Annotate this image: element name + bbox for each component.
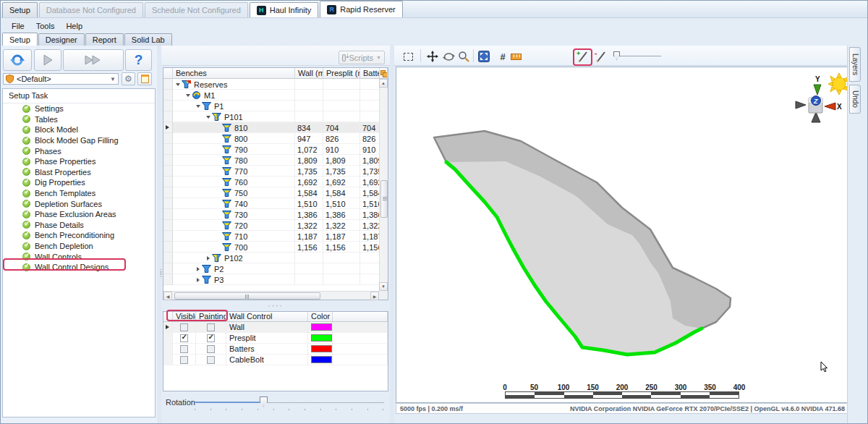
marquee-select-tool[interactable]	[401, 50, 415, 63]
tree-cell[interactable]: 790	[173, 144, 295, 155]
tab-rapid-reserver[interactable]: R Rapid Reserver	[320, 1, 402, 17]
batters-value[interactable]: 1,735	[360, 166, 379, 177]
batters-value[interactable]: 1,692	[360, 177, 379, 187]
bench-tree-row-760[interactable]: 7601,6921,6921,692	[163, 177, 379, 187]
wall-control-name[interactable]: Batters	[226, 344, 308, 355]
presplit-value[interactable]: 1,187	[323, 231, 360, 242]
batters-value[interactable]	[360, 253, 379, 263]
wall-value[interactable]: 1,072	[295, 144, 323, 155]
wall-control-row-wall[interactable]: Wall	[163, 322, 388, 333]
batters-value[interactable]: 1,584	[360, 187, 379, 198]
scroll-down-icon[interactable]: ▼	[379, 282, 388, 291]
presplit-value[interactable]: 1,156	[323, 242, 360, 253]
scroll-up-icon[interactable]: ▲	[379, 79, 388, 88]
wall-control-name[interactable]: Presplit	[226, 333, 308, 344]
bench-tree-row-710[interactable]: 7101,1871,1871,187	[163, 231, 379, 242]
tree-cell[interactable]: P3	[173, 274, 295, 285]
tree-cell[interactable]: 740	[173, 198, 295, 209]
orbit-tool[interactable]	[441, 50, 456, 63]
tree-cell[interactable]: Reserves	[173, 79, 295, 90]
bench-tree-row-720[interactable]: 7201,3221,3221,322	[163, 220, 379, 231]
setup-task-item-wall-controls[interactable]: Wall Controls	[3, 251, 155, 262]
batters-value[interactable]: 1,510	[360, 198, 379, 209]
setup-task-item-bench-depletion[interactable]: Bench Depletion	[3, 241, 155, 252]
settings-gear-button[interactable]: ⚙	[122, 72, 135, 85]
painting-checkbox[interactable]	[207, 323, 215, 331]
add-wall-control-tool[interactable]: +	[575, 50, 590, 63]
tree-cell[interactable]: 710	[173, 231, 295, 242]
presplit-value[interactable]	[323, 263, 360, 274]
setup-task-item-block-model-gap-filling[interactable]: Block Model Gap Filling	[3, 135, 155, 146]
setup-task-item-bench-templates[interactable]: Bench Templates	[3, 188, 155, 199]
presplit-value[interactable]	[323, 79, 360, 90]
tab-haul-infinity[interactable]: H Haul Infinity	[250, 2, 318, 17]
visible-checkbox[interactable]	[180, 356, 188, 364]
batters-value[interactable]	[360, 101, 379, 111]
presplit-value[interactable]	[323, 101, 360, 111]
wall-value[interactable]: 1,156	[295, 242, 323, 253]
visible-checkbox[interactable]	[180, 334, 188, 342]
wall-value[interactable]: 1,187	[295, 231, 323, 242]
bench-tree-row-780[interactable]: 7801,8091,8091,809	[163, 155, 379, 166]
profile-dropdown[interactable]: <Default> ▼	[3, 73, 119, 85]
bench-tree-row-800[interactable]: 800947826826	[163, 133, 379, 144]
refresh-button[interactable]	[3, 49, 32, 71]
scrollbar-thumb[interactable]	[380, 180, 388, 218]
bench-tree-row-p102[interactable]: P102	[163, 253, 379, 263]
splitter-middle[interactable]: ····	[161, 300, 390, 311]
setup-task-item-phase-details[interactable]: Phase Details	[3, 220, 155, 231]
setup-task-item-phase-exclusion-areas[interactable]: Phase Exclusion Areas	[3, 209, 155, 220]
scrollbar-thumb[interactable]	[174, 292, 320, 300]
painting-checkbox[interactable]	[207, 345, 215, 353]
bench-tree-row-p2[interactable]: P2	[163, 263, 379, 274]
tree-cell[interactable]: 720	[173, 220, 295, 231]
column-painting[interactable]: Painting	[196, 312, 226, 322]
presplit-value[interactable]	[323, 274, 360, 285]
tree-cell[interactable]: P2	[173, 263, 295, 274]
wall-value[interactable]: 1,386	[295, 209, 323, 220]
batters-value[interactable]: 826	[360, 133, 379, 144]
expand-icon[interactable]	[205, 256, 212, 260]
bench-tree-row-p3[interactable]: P3	[163, 274, 379, 285]
painting-checkbox[interactable]	[207, 356, 215, 364]
tab-setup[interactable]: Setup	[2, 33, 38, 46]
run-button[interactable]	[34, 49, 61, 71]
presplit-value[interactable]: 1,809	[323, 155, 360, 166]
tab-database-not-configured[interactable]: Database Not Configured	[39, 2, 143, 17]
presplit-value[interactable]: 910	[323, 144, 360, 155]
collapse-icon[interactable]	[195, 105, 202, 108]
color-swatch[interactable]	[311, 323, 332, 331]
zoom-tool[interactable]	[456, 50, 471, 63]
setup-task-item-tables[interactable]: Tables	[3, 114, 155, 125]
setup-task-item-phases[interactable]: Phases	[3, 145, 155, 156]
bench-tree-row-reserves[interactable]: Reserves	[163, 79, 379, 90]
wall-value[interactable]	[295, 263, 323, 274]
wall-value[interactable]: 1,692	[295, 177, 323, 187]
presplit-value[interactable]: 1,692	[323, 177, 360, 187]
tree-cell[interactable]: 780	[173, 155, 295, 166]
notes-button[interactable]	[137, 72, 152, 85]
splitter-left[interactable]: ⋮⋮	[157, 46, 161, 423]
batters-value[interactable]: 1,156	[360, 242, 379, 253]
setup-task-item-phase-properties[interactable]: Phase Properties	[3, 156, 155, 167]
tab-undo[interactable]: Undo	[849, 85, 861, 114]
splitter-right[interactable]	[390, 46, 394, 423]
tab-schedule-not-configured[interactable]: Schedule Not Configured	[145, 2, 248, 17]
run-all-button[interactable]	[63, 49, 124, 71]
bench-tree-row-700[interactable]: 7001,1561,1561,156	[163, 242, 379, 253]
tab-designer[interactable]: Designer	[38, 33, 85, 46]
wall-value[interactable]: 1,584	[295, 187, 323, 198]
presplit-value[interactable]: 1,584	[323, 187, 360, 198]
expand-icon[interactable]	[195, 278, 202, 282]
wall-value[interactable]	[295, 274, 323, 285]
column-visible[interactable]: Visible	[173, 312, 196, 322]
color-swatch[interactable]	[311, 356, 332, 363]
color-swatch[interactable]	[311, 345, 332, 352]
wall-value[interactable]	[295, 79, 323, 90]
tab-report[interactable]: Report	[85, 33, 124, 46]
presplit-value[interactable]	[323, 111, 360, 122]
wall-control-row-batters[interactable]: Batters	[163, 344, 388, 355]
column-presplit[interactable]: Presplit (m)	[323, 68, 360, 79]
bench-tree-row-p1[interactable]: P1	[163, 101, 379, 111]
collapse-icon[interactable]	[184, 94, 192, 97]
